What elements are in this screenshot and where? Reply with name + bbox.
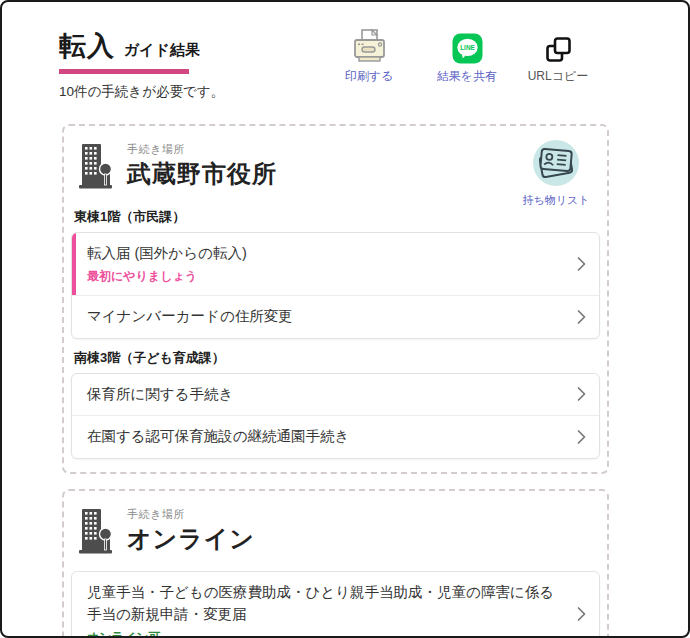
chevron-right-icon bbox=[577, 430, 586, 445]
place-name: 武蔵野市役所 bbox=[127, 158, 277, 190]
results-list: 手続き場所 武蔵野市役所 bbox=[62, 124, 609, 638]
title-underline bbox=[59, 69, 189, 74]
print-button[interactable]: 印刷する bbox=[333, 26, 405, 85]
procedure-count-text: 10件の手続きが必要です。 bbox=[59, 83, 224, 101]
building-icon bbox=[77, 506, 114, 559]
url-copy-label: URLコピー bbox=[515, 68, 601, 85]
card-body: 東棟1階（市民課） 転入届 (国外からの転入) 最初にやりましょう マイナンバー… bbox=[71, 208, 600, 459]
page-frame: 転入 ガイド結果 10件の手続きが必要です。 印刷する bbox=[0, 0, 690, 638]
procedure-note: オンライン可 bbox=[87, 629, 563, 638]
chevron-right-icon bbox=[577, 606, 586, 621]
print-label: 印刷する bbox=[333, 68, 405, 85]
place-label: 手続き場所 bbox=[127, 142, 277, 157]
card-header: 手続き場所 オンライン bbox=[71, 504, 600, 563]
belongings-list-icon bbox=[532, 173, 580, 190]
procedure-item[interactable]: 転入届 (国外からの転入) 最初にやりましょう bbox=[72, 233, 599, 295]
procedure-title: 転入届 (国外からの転入) bbox=[87, 243, 563, 265]
line-share-label: 結果を共有 bbox=[422, 68, 512, 85]
belongings-list-button[interactable]: 持ち物リスト bbox=[518, 139, 594, 208]
procedure-note: 最初にやりましょう bbox=[87, 268, 563, 285]
procedure-card-1: 手続き場所 オンライン 児童手当・子どもの医療費助成・ひとり親手当助成・児童の障… bbox=[62, 489, 609, 638]
url-copy-button[interactable]: URLコピー bbox=[515, 26, 601, 85]
procedure-title: 在園する認可保育施設の継続通園手続き bbox=[87, 426, 563, 448]
place-name: オンライン bbox=[127, 523, 255, 555]
procedure-title: マイナンバーカードの住所変更 bbox=[87, 306, 563, 328]
building-icon bbox=[77, 141, 114, 194]
procedure-group: 保育所に関する手続き 在園する認可保育施設の継続通園手続き bbox=[71, 373, 600, 460]
belongings-list-label: 持ち物リスト bbox=[518, 193, 594, 208]
chevron-right-icon bbox=[577, 256, 586, 271]
procedure-title: 児童手当・子どもの医療費助成・ひとり親手当助成・児童の障害に係る手当の新規申請・… bbox=[87, 582, 563, 626]
page-title-suffix: ガイド結果 bbox=[124, 41, 200, 60]
line-icon: LINE bbox=[422, 26, 512, 64]
card-body: 児童手当・子どもの医療費助成・ひとり親手当助成・児童の障害に係る手当の新規申請・… bbox=[71, 571, 600, 638]
results-header: 転入 ガイド結果 10件の手続きが必要です。 bbox=[59, 28, 224, 101]
copy-icon bbox=[515, 26, 601, 64]
chevron-right-icon bbox=[577, 387, 586, 402]
chevron-right-icon bbox=[577, 309, 586, 324]
svg-text:LINE: LINE bbox=[460, 44, 475, 51]
procedure-item[interactable]: マイナンバーカードの住所変更 bbox=[72, 295, 599, 338]
procedure-item[interactable]: 保育所に関する手続き bbox=[72, 374, 599, 416]
procedure-group: 児童手当・子どもの医療費助成・ひとり親手当助成・児童の障害に係る手当の新規申請・… bbox=[71, 571, 600, 638]
line-share-button[interactable]: LINE 結果を共有 bbox=[422, 26, 512, 85]
section-label: 南棟3階（子ども育成課） bbox=[74, 349, 598, 367]
place-label: 手続き場所 bbox=[127, 507, 255, 522]
procedure-title: 保育所に関する手続き bbox=[87, 384, 563, 406]
card-header: 手続き場所 武蔵野市役所 bbox=[71, 139, 600, 198]
page-title: 転入 bbox=[59, 28, 115, 64]
procedure-item[interactable]: 児童手当・子どもの医療費助成・ひとり親手当助成・児童の障害に係る手当の新規申請・… bbox=[72, 572, 599, 638]
procedure-card-0: 手続き場所 武蔵野市役所 bbox=[62, 124, 609, 474]
printer-icon bbox=[333, 26, 405, 64]
procedure-item[interactable]: 在園する認可保育施設の継続通園手続き bbox=[72, 415, 599, 458]
section-label: 東棟1階（市民課） bbox=[74, 208, 598, 226]
procedure-group: 転入届 (国外からの転入) 最初にやりましょう マイナンバーカードの住所変更 bbox=[71, 232, 600, 339]
